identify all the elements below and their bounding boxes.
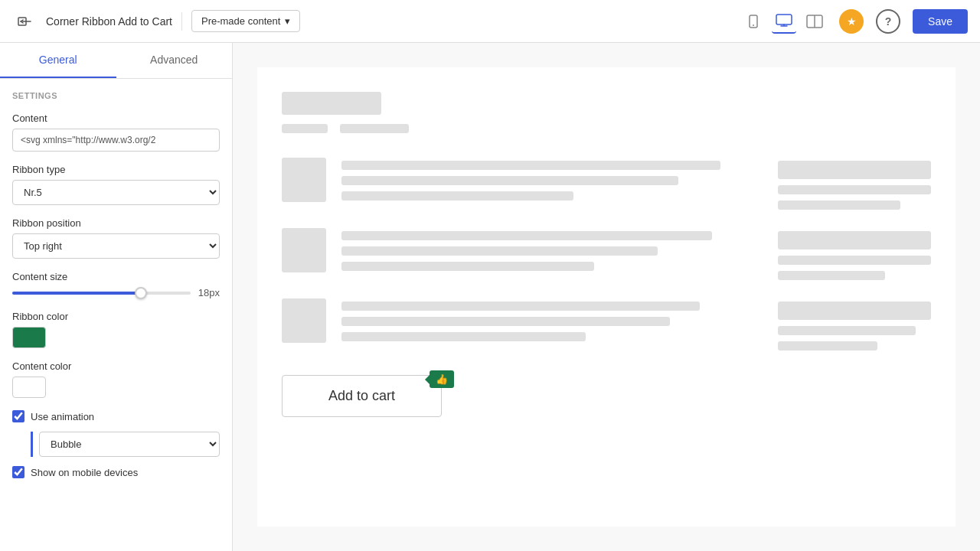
slider-fill: [12, 292, 141, 295]
slider-track: [12, 292, 191, 295]
ribbon-badge: 👍: [430, 370, 454, 388]
skeleton-title: [282, 92, 381, 115]
cart-area: Add to cart 👍: [282, 375, 442, 417]
animation-type-group: Bubble Bounce Pulse Shake: [12, 432, 220, 457]
sk-line: [341, 332, 586, 341]
content-color-field-group: Content color: [12, 360, 220, 398]
tab-general[interactable]: General: [0, 43, 116, 78]
content-size-field-group: Content size 18px: [12, 271, 220, 298]
ribbon-color-field-group: Ribbon color: [12, 311, 220, 348]
sk-line: [778, 256, 931, 265]
indent-bar: Bubble Bounce Pulse Shake: [31, 432, 220, 457]
ribbon-color-swatch[interactable]: [12, 327, 46, 348]
use-animation-row: Use animation: [12, 410, 220, 422]
content-size-slider-row: 18px: [12, 287, 220, 298]
star-button[interactable]: ★: [839, 9, 864, 34]
table-row: [282, 298, 931, 350]
slider-thumb[interactable]: [135, 287, 147, 299]
row-thumb-1: [282, 158, 326, 202]
sk-line: [778, 185, 931, 194]
preview-area: Add to cart 👍: [257, 67, 956, 527]
split-view-icon[interactable]: [802, 9, 827, 34]
content-color-swatch[interactable]: [12, 377, 46, 398]
content-field-group: Content: [12, 112, 220, 152]
sidebar-content: SETTINGS Content Ribbon type Nr.5 Nr.1 N…: [0, 79, 232, 500]
ribbon-type-field-group: Ribbon type Nr.5 Nr.1 Nr.2 Nr.3 Nr.4: [12, 164, 220, 205]
svg-point-3: [753, 24, 754, 26]
row-thumb-2: [282, 228, 326, 272]
skeleton-line-2: [340, 124, 409, 133]
desktop-device-icon[interactable]: [772, 9, 796, 34]
thumbs-up-icon: 👍: [436, 373, 448, 385]
sk-line: [341, 161, 720, 170]
slider-value: 18px: [198, 287, 220, 298]
tab-advanced[interactable]: Advanced: [116, 43, 233, 78]
row-right-1: [778, 158, 931, 210]
main-content: Add to cart 👍: [233, 43, 980, 551]
content-color-label: Content color: [12, 360, 220, 372]
layout: General Advanced SETTINGS Content Ribbon…: [0, 43, 980, 551]
premade-label: Pre-made content: [201, 15, 280, 27]
help-button[interactable]: ?: [876, 9, 900, 34]
help-icon: ?: [885, 15, 892, 28]
save-button[interactable]: Save: [913, 9, 968, 34]
sk-line: [778, 341, 877, 350]
row-lines-1: [341, 158, 763, 210]
sk-line: [778, 201, 900, 210]
sidebar: General Advanced SETTINGS Content Ribbon…: [0, 43, 233, 551]
back-button[interactable]: [12, 9, 37, 34]
ribbon-type-label: Ribbon type: [12, 164, 220, 175]
sk-line: [341, 246, 658, 256]
use-animation-checkbox[interactable]: [12, 410, 24, 422]
row-right-2: [778, 228, 931, 280]
sk-line: [341, 317, 670, 326]
sk-block: [778, 231, 931, 249]
premade-content-button[interactable]: Pre-made content ▾: [191, 10, 300, 32]
sk-block: [778, 161, 931, 179]
content-input[interactable]: [12, 129, 220, 152]
star-icon: ★: [847, 15, 857, 28]
settings-label: SETTINGS: [12, 91, 220, 100]
sk-line: [341, 262, 594, 271]
row-lines-3: [341, 298, 763, 350]
ribbon-position-field-group: Ribbon position Top right Top left Botto…: [12, 217, 220, 259]
mobile-device-icon[interactable]: [741, 9, 766, 34]
row-lines-2: [341, 228, 763, 280]
table-row: [282, 158, 931, 210]
ribbon-position-select[interactable]: Top right Top left Bottom right Bottom l…: [12, 233, 220, 259]
sk-line: [341, 176, 678, 185]
sk-line: [341, 191, 573, 201]
page-title: Corner Ribbon Add to Cart: [46, 15, 172, 28]
animation-type-select[interactable]: Bubble Bounce Pulse Shake: [39, 432, 220, 457]
ribbon-color-label: Ribbon color: [12, 311, 220, 322]
topbar-right: ★ ? Save: [741, 9, 968, 34]
sk-line: [778, 326, 916, 335]
use-animation-label: Use animation: [31, 411, 94, 422]
sk-line: [778, 271, 885, 280]
sk-block: [778, 302, 931, 320]
content-size-label: Content size: [12, 271, 220, 282]
ribbon-position-label: Ribbon position: [12, 217, 220, 229]
tab-bar: General Advanced: [0, 43, 232, 79]
table-row: [282, 228, 931, 280]
chevron-down-icon: ▾: [285, 15, 290, 27]
divider: [181, 12, 182, 31]
skeleton-line-1: [282, 124, 328, 133]
device-icons: [741, 9, 827, 34]
ribbon-type-select[interactable]: Nr.5 Nr.1 Nr.2 Nr.3 Nr.4: [12, 180, 220, 205]
sk-line: [341, 231, 712, 240]
content-rows: [282, 158, 931, 350]
add-to-cart-button[interactable]: Add to cart: [282, 375, 442, 417]
top-lines: [282, 124, 931, 133]
row-thumb-3: [282, 298, 326, 343]
topbar: Corner Ribbon Add to Cart Pre-made conte…: [0, 0, 980, 43]
svg-rect-4: [776, 15, 792, 24]
sk-line: [341, 302, 700, 311]
content-label: Content: [12, 112, 220, 124]
show-mobile-label: Show on mobile devices: [31, 467, 138, 478]
top-skeleton: [282, 92, 931, 133]
back-icon: [17, 14, 32, 29]
show-mobile-row: Show on mobile devices: [12, 466, 220, 478]
row-right-3: [778, 298, 931, 350]
show-mobile-checkbox[interactable]: [12, 466, 24, 478]
